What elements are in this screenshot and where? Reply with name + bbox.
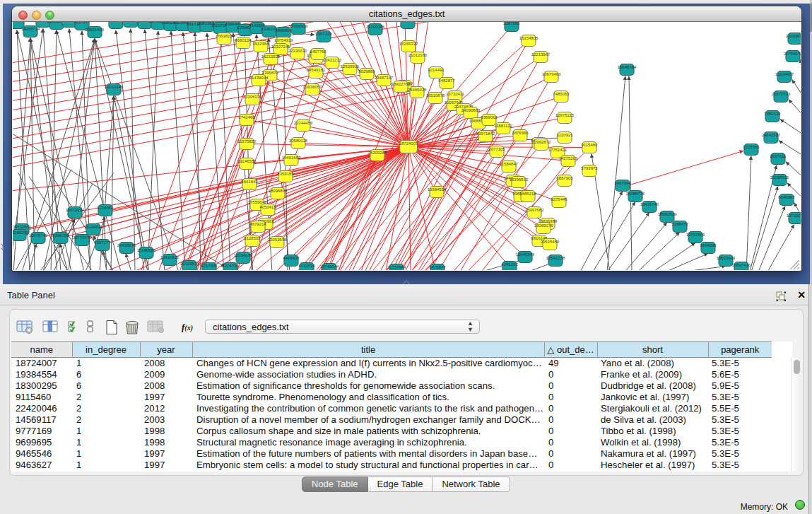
svg-text:13754919: 13754919	[274, 38, 293, 42]
svg-text:23936053: 23936053	[303, 85, 322, 89]
svg-text:8660124: 8660124	[235, 38, 252, 42]
svg-text:15180586: 15180586	[137, 248, 156, 252]
svg-text:22093651: 22093651	[786, 34, 801, 38]
svg-text:21200396: 21200396	[366, 25, 385, 29]
svg-text:12416912: 12416912	[160, 255, 180, 259]
svg-text:6357277: 6357277	[94, 240, 111, 245]
svg-text:7452134: 7452134	[764, 112, 781, 116]
svg-text:23487347: 23487347	[375, 76, 394, 80]
svg-text:5685216: 5685216	[519, 192, 536, 196]
svg-text:19523409: 19523409	[717, 256, 736, 260]
svg-text:16648784: 16648784	[618, 65, 637, 69]
svg-text:21439044: 21439044	[249, 76, 269, 80]
svg-text:6217026: 6217026	[201, 264, 218, 268]
svg-text:22744459: 22744459	[294, 121, 313, 125]
svg-text:20691406: 20691406	[86, 28, 105, 32]
svg-text:6457765: 6457765	[310, 49, 326, 54]
svg-text:24549181: 24549181	[307, 68, 326, 72]
svg-text:10334531: 10334531	[84, 225, 103, 229]
svg-text:f(x): f(x)	[182, 322, 193, 332]
svg-text:20772475: 20772475	[73, 235, 92, 240]
svg-text:9275445: 9275445	[551, 197, 567, 201]
svg-text:9214491: 9214491	[428, 68, 445, 72]
svg-text:6128503: 6128503	[244, 236, 261, 240]
svg-text:21257684: 21257684	[387, 265, 406, 269]
svg-text:24090883: 24090883	[461, 108, 481, 112]
svg-text:18922760: 18922760	[392, 82, 411, 86]
svg-text:3220921: 3220921	[556, 133, 573, 137]
svg-text:14055714: 14055714	[21, 27, 40, 31]
svg-text:9887903: 9887903	[556, 176, 573, 180]
svg-text:15375853: 15375853	[237, 139, 257, 144]
svg-text:9217207: 9217207	[73, 22, 90, 24]
svg-text:17751421: 17751421	[548, 148, 567, 152]
svg-text:15165337: 15165337	[399, 42, 418, 46]
svg-text:5793975: 5793975	[581, 166, 598, 170]
svg-text:7857224: 7857224	[315, 32, 332, 36]
svg-text:10973493: 10973493	[542, 72, 561, 76]
svg-text:11881122: 11881122	[494, 124, 512, 128]
svg-text:8029889: 8029889	[358, 69, 375, 74]
svg-text:13701506: 13701506	[686, 233, 705, 237]
svg-text:25300285: 25300285	[368, 151, 387, 155]
svg-text:13045349: 13045349	[516, 252, 535, 257]
svg-text:20372723: 20372723	[772, 92, 791, 96]
svg-text:3395870: 3395870	[261, 71, 278, 75]
svg-text:2087682: 2087682	[503, 22, 520, 25]
svg-text:3215955: 3215955	[743, 145, 760, 149]
svg-text:10710248: 10710248	[787, 214, 801, 218]
svg-text:24641507: 24641507	[762, 133, 781, 137]
svg-text:13748244: 13748244	[320, 264, 339, 269]
svg-text:20615450: 20615450	[541, 240, 560, 244]
svg-text:22455603: 22455603	[13, 22, 27, 23]
svg-text:14401657: 14401657	[282, 156, 301, 160]
svg-text:23188315: 23188315	[770, 175, 789, 180]
svg-text:3912954: 3912954	[252, 42, 269, 46]
svg-text:22992872: 22992872	[532, 140, 551, 144]
svg-text:12975115: 12975115	[555, 113, 575, 117]
svg-text:12294238: 12294238	[234, 253, 253, 257]
svg-text:8646997: 8646997	[778, 195, 795, 199]
svg-text:18096865: 18096865	[269, 189, 288, 193]
svg-text:13146585: 13146585	[237, 159, 257, 163]
svg-text:15076749: 15076749	[29, 233, 48, 238]
svg-text:1218062: 1218062	[97, 206, 114, 210]
svg-text:25485735: 25485735	[626, 192, 645, 196]
svg-text:5682115: 5682115	[108, 22, 125, 23]
svg-text:8369062: 8369062	[481, 115, 498, 119]
svg-text:12920906: 12920906	[341, 64, 360, 69]
svg-text:24532561: 24532561	[13, 225, 32, 229]
svg-text:16510878: 16510878	[426, 93, 445, 98]
svg-text:17956909: 17956909	[289, 24, 308, 28]
svg-text:25465435: 25465435	[408, 88, 427, 92]
svg-text:8359183: 8359183	[277, 172, 294, 176]
svg-text:12213967: 12213967	[531, 52, 551, 57]
svg-text:5188470: 5188470	[671, 222, 688, 226]
svg-text:11584847: 11584847	[500, 162, 519, 166]
svg-text:4679214: 4679214	[249, 222, 266, 226]
svg-text:25997682: 25997682	[525, 208, 544, 212]
svg-text:20053346: 20053346	[105, 85, 124, 89]
svg-text:24425670: 24425670	[117, 243, 136, 247]
svg-text:14275203: 14275203	[559, 156, 578, 160]
svg-text:13421212: 13421212	[323, 58, 342, 62]
svg-text:7485063: 7485063	[553, 92, 570, 96]
svg-text:19384554: 19384554	[428, 187, 447, 192]
svg-text:13732411: 13732411	[446, 92, 465, 96]
svg-text:16213925: 16213925	[261, 54, 281, 59]
svg-text:9875847: 9875847	[429, 265, 446, 269]
svg-text:19085076: 19085076	[534, 223, 553, 228]
svg-text:18724007: 18724007	[399, 141, 418, 146]
svg-text:10837430: 10837430	[732, 263, 751, 267]
svg-text:16072954: 16072954	[66, 208, 85, 212]
svg-text:8396759: 8396759	[52, 233, 69, 238]
svg-text:7663822: 7663822	[216, 34, 233, 38]
svg-text:6482877: 6482877	[438, 78, 455, 83]
svg-text:18992829: 18992829	[658, 212, 677, 216]
svg-text:19285201: 19285201	[13, 230, 29, 235]
svg-text:21754078: 21754078	[784, 52, 801, 56]
svg-text:10323815: 10323815	[180, 262, 199, 266]
svg-text:16154808: 16154808	[519, 36, 539, 40]
svg-text:22053595: 22053595	[268, 238, 287, 242]
svg-text:4429607: 4429607	[283, 256, 300, 260]
